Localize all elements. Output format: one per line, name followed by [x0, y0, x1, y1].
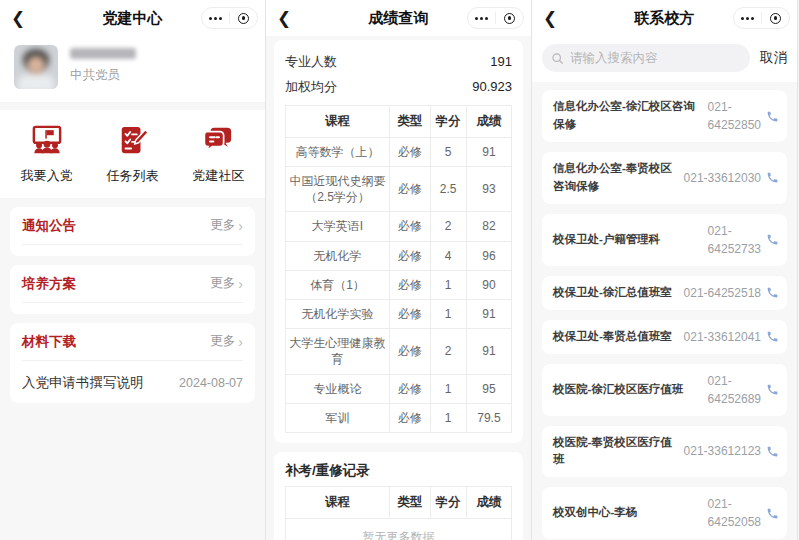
table-row: 大学生心理健康教育必修291 — [286, 329, 512, 374]
phone-call-icon[interactable] — [766, 330, 779, 343]
contact-list: 信息化办公室-徐汇校区咨询保修 021- 64252850 信息化办公室-奉贤校… — [532, 82, 797, 540]
contact-phone: 021- 64252850 — [708, 98, 761, 134]
close-target-icon[interactable] — [230, 13, 257, 24]
download-header[interactable]: 材料下载 更多› — [22, 323, 243, 361]
phone-call-icon[interactable] — [766, 445, 779, 458]
phone-call-icon[interactable] — [766, 233, 779, 246]
grade-summary-card: 专业人数 191 加权均分 90.923 课程 类型 学分 成绩 高等数学（上）… — [274, 40, 523, 443]
back-icon[interactable]: ❮ — [266, 10, 298, 27]
stat-label: 加权均分 — [285, 78, 337, 96]
contact-name: 校双创中心-李杨 — [553, 504, 708, 522]
wechat-capsule — [201, 7, 258, 29]
more-menu-icon[interactable] — [734, 17, 761, 20]
shortcut-join-party[interactable]: 我要入党 — [4, 125, 90, 185]
download-card: 材料下载 更多› 入党申请书撰写说明 2024-08-07 — [10, 323, 255, 403]
stat-row: 加权均分 90.923 — [285, 74, 512, 99]
shortcut-task-list[interactable]: 任务列表 — [90, 125, 176, 185]
table-row: 无机化学实验必修191 — [286, 300, 512, 329]
retake-title: 补考/重修记录 — [285, 462, 512, 480]
contact-name: 校医院-徐汇校区医疗值班 — [553, 381, 708, 399]
notice-card: 通知公告 更多› — [10, 207, 255, 256]
wechat-capsule — [467, 7, 524, 29]
phone-call-icon[interactable] — [766, 286, 779, 299]
phone-call-icon[interactable] — [766, 507, 779, 520]
contact-phone: 021- 64252058 — [708, 495, 761, 531]
section-title: 培养方案 — [22, 275, 76, 293]
panel-grade-query: ❮ 成绩查询 专业人数 191 加权均分 90.923 课程 类型 学分 — [266, 0, 532, 540]
shortcut-label: 任务列表 — [107, 167, 159, 185]
stat-value: 90.923 — [472, 79, 512, 94]
search-pill[interactable] — [542, 44, 750, 72]
chat-community-icon — [201, 125, 235, 159]
more-button[interactable]: 更多› — [210, 275, 243, 292]
user-profile: 中共党员 — [0, 36, 265, 102]
contact-item[interactable]: 信息化办公室-徐汇校区咨询保修 021- 64252850 — [542, 90, 787, 142]
page-title: 成绩查询 — [316, 9, 481, 28]
wechat-capsule — [733, 7, 790, 29]
table-row: 无机化学必修496 — [286, 241, 512, 270]
navbar: ❮ 联系校方 — [532, 0, 797, 36]
avatar — [14, 45, 58, 89]
contact-item[interactable]: 信息化办公室-奉贤校区咨询保修 021-33612030 — [542, 152, 787, 204]
more-menu-icon[interactable] — [468, 17, 495, 20]
chevron-right-icon: › — [238, 219, 243, 233]
plan-header[interactable]: 培养方案 更多› — [22, 265, 243, 303]
shortcut-row: 我要入党 任务列表 — [0, 110, 265, 198]
section-title: 通知公告 — [22, 217, 76, 235]
close-target-icon[interactable] — [496, 13, 523, 24]
contact-item[interactable]: 校保卫处-徐汇总值班室 021-64252518 — [542, 276, 787, 310]
stat-row: 专业人数 191 — [285, 49, 512, 74]
search-bar: 取消 — [532, 36, 797, 82]
contact-name: 信息化办公室-奉贤校区咨询保修 — [553, 160, 684, 196]
podium-flag-icon — [30, 125, 64, 159]
table-row: 大学英语I必修282 — [286, 212, 512, 241]
stat-label: 专业人数 — [285, 53, 337, 71]
contact-phone: 021-33612123 — [684, 442, 761, 460]
contact-item[interactable]: 校保卫处-户籍管理科 021- 64252733 — [542, 214, 787, 266]
chevron-right-icon: › — [238, 335, 243, 349]
member-role: 中共党员 — [70, 67, 136, 84]
cancel-button[interactable]: 取消 — [760, 49, 787, 67]
navbar: ❮ 党建中心 — [0, 0, 265, 36]
plan-card: 培养方案 更多› — [10, 265, 255, 314]
table-row: 中国近现代史纲要（2.5学分）必修2.593 — [286, 167, 512, 212]
stat-value: 191 — [490, 54, 512, 69]
back-icon[interactable]: ❮ — [532, 10, 564, 27]
close-target-icon[interactable] — [762, 13, 789, 24]
contact-phone: 021-33612030 — [684, 169, 761, 187]
table-header-row: 课程 类型 学分 成绩 — [286, 106, 512, 138]
phone-call-icon[interactable] — [766, 110, 779, 123]
more-menu-icon[interactable] — [202, 17, 229, 20]
panel-contact-school: ❮ 联系校方 取消 信息化办公室-徐汇校区咨询保修 021- 64252850 … — [532, 0, 798, 540]
search-input[interactable] — [570, 51, 741, 65]
grade-table: 课程 类型 学分 成绩 高等数学（上）必修591 中国近现代史纲要（2.5学分）… — [285, 105, 512, 433]
notice-header[interactable]: 通知公告 更多› — [22, 207, 243, 245]
contact-item[interactable]: 校医院-徐汇校区医疗值班 021- 64252689 — [542, 364, 787, 416]
shortcut-label: 我要入党 — [21, 167, 73, 185]
contact-name: 校保卫处-奉贤总值班室 — [553, 328, 684, 346]
contact-item[interactable]: 校医院-奉贤校区医疗值班 021-33612123 — [542, 426, 787, 478]
table-row: 专业概论必修195 — [286, 374, 512, 403]
panel-party-center: ❮ 党建中心 中共党员 — [0, 0, 266, 540]
section-title: 材料下载 — [22, 333, 76, 351]
more-button[interactable]: 更多› — [210, 333, 243, 350]
page-title: 党建中心 — [50, 9, 215, 28]
more-button[interactable]: 更多› — [210, 217, 243, 234]
shortcut-label: 党建社区 — [192, 167, 244, 185]
contact-phone: 021-33612041 — [684, 328, 761, 346]
table-row: 高等数学（上）必修591 — [286, 137, 512, 166]
back-icon[interactable]: ❮ — [0, 10, 32, 27]
contact-item[interactable]: 校保卫处-奉贤总值班室 021-33612041 — [542, 320, 787, 354]
phone-call-icon[interactable] — [766, 171, 779, 184]
download-item[interactable]: 入党申请书撰写说明 2024-08-07 — [22, 361, 243, 392]
search-icon — [551, 52, 564, 65]
contact-phone: 021- 64252733 — [708, 222, 761, 258]
navbar: ❮ 成绩查询 — [266, 0, 531, 36]
contact-name: 校医院-奉贤校区医疗值班 — [553, 434, 684, 470]
retake-card: 补考/重修记录 课程 类型 学分 成绩 暂无更多数据 — [274, 452, 523, 540]
contact-name: 校保卫处-徐汇总值班室 — [553, 284, 684, 302]
table-row: 军训必修179.5 — [286, 403, 512, 432]
phone-call-icon[interactable] — [766, 383, 779, 396]
shortcut-party-community[interactable]: 党建社区 — [175, 125, 261, 185]
contact-item[interactable]: 校双创中心-李杨 021- 64252058 — [542, 487, 787, 539]
